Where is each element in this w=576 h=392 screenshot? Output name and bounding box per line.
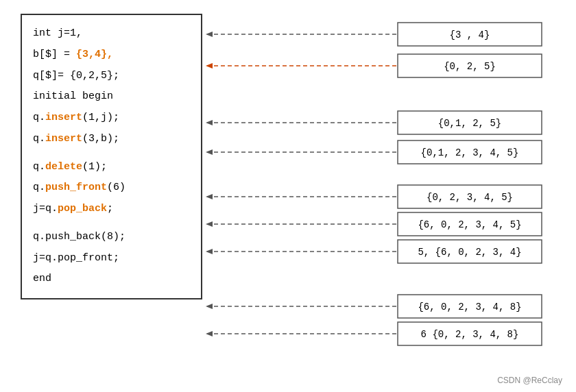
code-suffix-8: (6) (107, 182, 125, 193)
code-orange-9: pop_back (58, 203, 107, 215)
code-orange-5: insert (45, 112, 82, 123)
code-text-4: initial begin (33, 90, 113, 102)
spacer-1 (33, 150, 190, 157)
code-prefix-9: j=q. (33, 203, 58, 215)
svg-marker-31 (206, 249, 213, 254)
svg-rect-0 (398, 23, 542, 46)
svg-rect-8 (398, 185, 542, 208)
svg-rect-2 (398, 54, 542, 77)
svg-marker-19 (206, 32, 213, 37)
svg-marker-23 (206, 120, 213, 125)
code-suffix-7: (1); (82, 161, 107, 173)
watermark: CSDN @ReCclay (497, 376, 562, 385)
svg-marker-21 (206, 63, 213, 69)
code-orange-7: delete (45, 161, 82, 173)
code-orange-2: {3,4}, (76, 49, 113, 60)
svg-text:{6, 0, 2, 3, 4, 5}: {6, 0, 2, 3, 4, 5} (418, 219, 521, 230)
code-prefix-3: q[$]= {0,2,5}; (33, 70, 119, 82)
svg-text:{0, 2, 5}: {0, 2, 5} (444, 61, 496, 72)
svg-rect-16 (398, 322, 542, 345)
svg-text:{3 , 4}: {3 , 4} (450, 29, 490, 40)
svg-rect-10 (398, 212, 542, 236)
svg-marker-35 (206, 331, 213, 336)
code-line-5: q.insert(1,j); (33, 108, 190, 129)
code-line-10: q.push_back(8); (33, 227, 190, 248)
svg-rect-6 (398, 140, 542, 164)
svg-marker-29 (206, 221, 213, 227)
code-line-3: q[$]= {0,2,5}; (33, 66, 190, 87)
code-suffix-6: (3,b); (82, 133, 119, 145)
code-line-11: j=q.pop_front; (33, 248, 190, 269)
code-text: int j=1, (33, 27, 82, 39)
code-suffix-9: ; (107, 203, 113, 215)
code-orange-6: insert (45, 133, 82, 145)
svg-text:{0,1, 2, 5}: {0,1, 2, 5} (438, 118, 501, 129)
code-line-9: j=q.pop_back; (33, 199, 190, 220)
svg-text:{0,1, 2, 3, 4, 5}: {0,1, 2, 3, 4, 5} (421, 147, 519, 158)
svg-rect-12 (398, 240, 542, 263)
code-box: int j=1, b[$] = {3,4}, q[$]= {0,2,5}; in… (21, 14, 202, 299)
code-prefix-7: q. (33, 161, 45, 173)
svg-text:{0, 2, 3, 4, 5}: {0, 2, 3, 4, 5} (427, 192, 513, 203)
svg-rect-14 (398, 295, 542, 318)
code-prefix-6: q. (33, 133, 45, 145)
svg-text:6 {0, 2, 3, 4, 8}: 6 {0, 2, 3, 4, 8} (421, 329, 519, 340)
svg-text:5, {6, 0, 2, 3, 4}: 5, {6, 0, 2, 3, 4} (418, 247, 521, 258)
code-line-4: initial begin (33, 86, 190, 108)
main-container: int j=1, b[$] = {3,4}, q[$]= {0,2,5}; in… (0, 0, 576, 392)
code-line-6: q.insert(3,b); (33, 129, 190, 150)
code-suffix-5: (1,j); (82, 112, 119, 123)
code-text-10: q.push_back(8); (33, 231, 125, 243)
svg-marker-25 (206, 149, 213, 155)
code-prefix-5: q. (33, 112, 45, 123)
code-prefix-8: q. (33, 182, 45, 193)
code-line-7: q.delete(1); (33, 157, 190, 178)
svg-marker-33 (206, 304, 213, 309)
code-line-8: q.push_front(6) (33, 177, 190, 199)
code-prefix-2: b[$] = (33, 49, 76, 60)
svg-marker-27 (206, 194, 213, 199)
svg-rect-4 (398, 111, 542, 134)
code-orange-8: push_front (45, 182, 107, 193)
code-text-12: end (33, 273, 51, 284)
svg-text:{6, 0, 2, 3, 4, 8}: {6, 0, 2, 3, 4, 8} (418, 302, 521, 313)
spacer-2 (33, 220, 190, 227)
code-line-2: b[$] = {3,4}, (33, 45, 190, 66)
code-line-12: end (33, 269, 190, 290)
code-text-11: j=q.pop_front; (33, 252, 119, 264)
code-line-1: int j=1, (33, 23, 190, 45)
